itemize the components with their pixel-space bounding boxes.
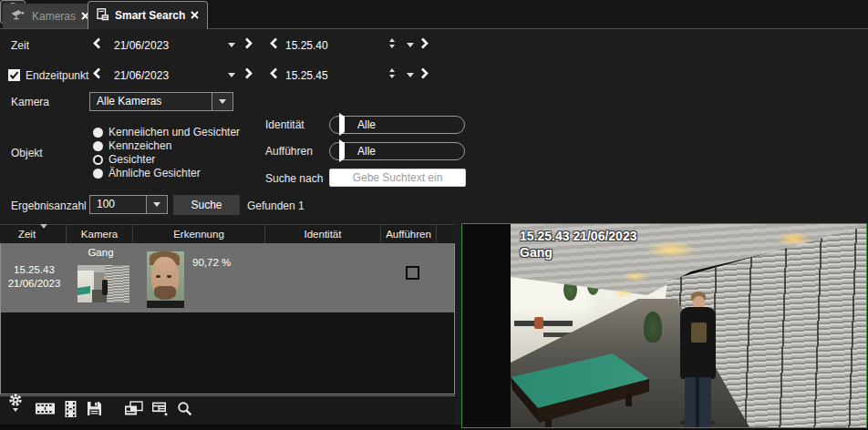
radio-gesichter-label: Gesichter — [108, 153, 155, 166]
endzeit-time-value[interactable]: 15.25.45 — [285, 69, 328, 82]
tab-smart-search[interactable]: Smart Search — [88, 1, 208, 29]
column-header-zeit[interactable]: Zeit — [0, 224, 67, 243]
objekt-label: Objekt — [11, 147, 43, 159]
video-timestamp-overlay: 15.25.43 21/06/2023 — [520, 229, 636, 243]
chevron-right-icon — [420, 67, 429, 83]
zoom-search-button[interactable] — [177, 401, 192, 420]
column-header-identitaet[interactable]: Identität — [265, 224, 381, 243]
identitaet-select-value: Alle — [357, 118, 376, 131]
result-face-thumbnail[interactable] — [147, 251, 184, 308]
zeit-time-next-button[interactable] — [418, 38, 429, 51]
zeit-label: Zeit — [11, 39, 29, 52]
face-shirt — [147, 301, 184, 308]
zeit-time-spinner[interactable] — [389, 38, 395, 48]
tab-kameras-label: Kameras — [32, 10, 76, 23]
endzeit-time-spinner[interactable] — [389, 68, 395, 78]
ergebnisanzahl-select[interactable]: 100 — [89, 195, 168, 214]
chevron-right-icon — [244, 67, 253, 83]
radio-kennzeichen[interactable] — [93, 141, 103, 151]
endzeit-time-prev-button[interactable] — [268, 68, 279, 81]
export-image-button[interactable] — [124, 401, 143, 420]
radio-aehnliche-gesichter[interactable] — [93, 169, 103, 179]
zeit-date-next-button[interactable] — [243, 38, 253, 51]
scene-person-shirt-print — [691, 322, 707, 343]
thumb-blinds-wall — [105, 265, 129, 302]
zeit-date-value[interactable]: 21/06/2023 — [114, 39, 169, 52]
tab-smart-search-label: Smart Search — [115, 9, 185, 22]
kamera-select[interactable]: Alle Kameras — [89, 92, 233, 111]
ergebnisanzahl-select-value: 100 — [90, 196, 146, 213]
results-list[interactable]: 15.25.43 21/06/2023 Gang 90,72 % — [0, 243, 455, 394]
kamera-select-caret-icon[interactable] — [212, 93, 232, 110]
endzeit-time-dropdown-caret-icon[interactable] — [407, 73, 414, 77]
magnifier-icon — [177, 401, 192, 420]
results-toolbar — [0, 395, 455, 425]
filmstrip-vertical-button[interactable] — [64, 401, 78, 421]
scene-pool-table-leg — [625, 394, 632, 406]
add-identity-button[interactable] — [151, 401, 170, 420]
chevron-left-icon — [270, 67, 278, 83]
export-image-icon — [124, 401, 143, 420]
save-button[interactable] — [87, 401, 102, 420]
thumb-person — [102, 280, 108, 295]
column-header-kamera[interactable]: Kamera — [67, 224, 133, 243]
zeit-date-prev-button[interactable] — [91, 38, 102, 51]
result-confidence: 90,72 % — [192, 257, 231, 268]
face-left-eye — [156, 275, 160, 278]
identitaet-select[interactable]: Alle — [329, 116, 465, 134]
face-right-eye — [167, 275, 171, 278]
sort-down-icon — [40, 229, 47, 240]
suchtext-input[interactable] — [329, 169, 466, 187]
tab-smart-search-close-icon[interactable] — [191, 9, 199, 22]
video-letterbox — [462, 224, 511, 427]
surveillance-camera-icon — [11, 9, 26, 24]
column-header-spacer — [437, 224, 455, 243]
endzeit-time-next-button[interactable] — [418, 68, 429, 81]
column-header-erkennung[interactable]: Erkennung — [133, 224, 265, 243]
scene-hall-plant — [644, 312, 662, 343]
add-identity-card-icon — [151, 401, 170, 420]
results-header: Zeit Kamera Erkennung Identität Aufführe… — [0, 224, 455, 243]
auffuehren-select-value: Alle — [357, 145, 376, 158]
tab-kameras[interactable]: Kameras — [3, 4, 98, 28]
radio-gesichter[interactable] — [93, 155, 103, 165]
endzeit-date-prev-button[interactable] — [91, 68, 102, 81]
video-preview-panel[interactable]: 15.25.43 21/06/2023 Gang — [461, 223, 867, 428]
column-header-auffuehren[interactable]: Aufführen — [381, 224, 437, 243]
settings-button[interactable] — [7, 393, 24, 428]
smart-search-window: Kameras Smart Search Zeit 21/06/2023 — [0, 0, 868, 430]
gefunden-status: Gefunden 1 — [247, 200, 305, 212]
filmstrip-horizontal-button[interactable] — [36, 402, 55, 419]
radio-kennzeichen-und-gesichter[interactable] — [93, 128, 103, 138]
column-header-auffuehren-label: Aufführen — [386, 229, 431, 240]
suche-button[interactable]: Suche — [173, 195, 240, 215]
endzeitpunkt-checkbox[interactable] — [8, 69, 20, 81]
result-row[interactable]: 15.25.43 21/06/2023 Gang 90,72 % — [1, 243, 454, 312]
result-auffuehren-checkbox[interactable] — [406, 266, 419, 280]
zeit-date-dropdown-caret-icon[interactable] — [228, 43, 235, 47]
endzeit-date-dropdown-caret-icon[interactable] — [228, 73, 235, 77]
zeit-time-dropdown-caret-icon[interactable] — [407, 43, 414, 47]
check-icon — [9, 67, 19, 84]
endzeit-date-next-button[interactable] — [243, 68, 253, 81]
play-icon — [339, 117, 345, 133]
suche-nach-label: Suche nach — [265, 172, 323, 185]
scene-ceiling-light — [622, 271, 649, 282]
result-date: 21/06/2023 — [1, 278, 67, 289]
save-icon — [87, 401, 102, 420]
endzeit-date-value[interactable]: 21/06/2023 — [114, 69, 169, 82]
auffuehren-select[interactable]: Alle — [329, 142, 465, 160]
smart-search-icon — [97, 8, 109, 24]
scene-ceiling-light — [646, 241, 697, 259]
result-camera-name: Gang — [67, 247, 134, 258]
result-scene-thumbnail[interactable] — [78, 265, 129, 302]
zeit-time-prev-button[interactable] — [268, 38, 279, 51]
chevron-left-icon — [270, 36, 278, 53]
zeit-time-value[interactable]: 15.25.40 — [285, 39, 328, 52]
ergebnisanzahl-select-caret-icon[interactable] — [146, 196, 167, 213]
scene-pool-table-leg — [545, 419, 552, 427]
kamera-select-value: Alle Kameras — [90, 93, 212, 110]
scene-ceiling-light — [613, 290, 633, 298]
scene-person-torso — [680, 307, 716, 379]
chevron-right-icon — [420, 36, 429, 53]
